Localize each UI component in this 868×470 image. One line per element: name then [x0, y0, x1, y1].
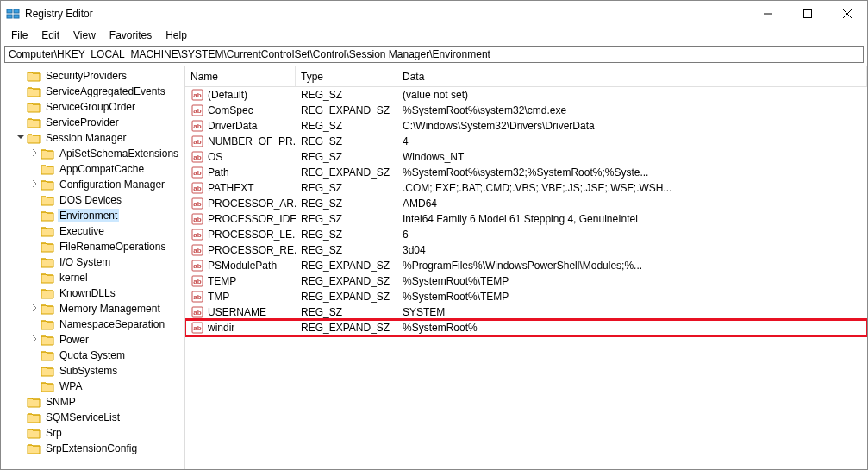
chevron-right-icon[interactable] — [28, 148, 41, 159]
tree-item-label: Srp — [44, 426, 64, 440]
tree-item-label: ServiceProvider — [44, 116, 121, 129]
menu-favorites[interactable]: Favorites — [103, 28, 159, 43]
value-row[interactable]: abPATHEXTREG_SZ.COM;.EXE;.BAT;.CMD;.VBS;… — [185, 180, 867, 196]
window-title: Registry Editor — [25, 8, 748, 20]
value-row[interactable]: abPathREG_EXPAND_SZ%SystemRoot%\system32… — [185, 165, 867, 180]
value-data: Intel64 Family 6 Model 61 Stepping 4, Ge… — [397, 213, 867, 225]
close-button[interactable] — [827, 1, 867, 27]
tree-item[interactable]: I/O System — [1, 254, 184, 270]
value-row[interactable]: abPROCESSOR_AR...REG_SZAMD64 — [185, 196, 867, 211]
col-header-type[interactable]: Type — [296, 66, 397, 86]
value-data: %SystemRoot%\TEMP — [397, 291, 867, 303]
svg-text:ab: ab — [193, 200, 201, 208]
menu-file[interactable]: File — [4, 28, 34, 43]
tree-item[interactable]: NamespaceSeparation — [1, 316, 184, 332]
folder-icon — [41, 179, 54, 191]
tree-item-label: DOS Devices — [58, 193, 123, 207]
tree-item-label: SNMP — [44, 395, 78, 409]
chevron-right-icon[interactable] — [28, 179, 41, 190]
tree-item[interactable]: SecurityProviders — [1, 68, 184, 84]
svg-rect-5 — [804, 10, 812, 18]
tree-view[interactable]: SecurityProvidersServiceAggregatedEvents… — [1, 66, 185, 469]
tree-item[interactable]: KnownDLLs — [1, 285, 184, 301]
value-row[interactable]: abPSModulePathREG_EXPAND_SZ%ProgramFiles… — [185, 258, 867, 273]
tree-item[interactable]: kernel — [1, 270, 184, 285]
folder-icon — [27, 101, 41, 113]
tree-item[interactable]: ServiceAggregatedEvents — [1, 84, 184, 99]
tree-item[interactable]: Session Manager — [1, 130, 184, 146]
value-type: REG_EXPAND_SZ — [296, 322, 397, 334]
value-data: %SystemRoot%\system32\cmd.exe — [397, 104, 867, 116]
svg-rect-0 — [7, 9, 12, 13]
value-row[interactable]: abNUMBER_OF_PR...REG_SZ4 — [185, 134, 867, 149]
tree-item[interactable]: FileRenameOperations — [1, 239, 184, 254]
tree-item[interactable]: DOS Devices — [1, 192, 184, 208]
string-value-icon: ab — [190, 135, 204, 148]
value-type: REG_EXPAND_SZ — [296, 291, 397, 303]
svg-text:ab: ab — [193, 154, 201, 161]
tree-item[interactable]: SrpExtensionConfig — [1, 441, 184, 456]
folder-icon — [41, 163, 54, 175]
folder-icon — [41, 349, 54, 361]
value-data: 4 — [397, 135, 867, 147]
folder-icon — [27, 427, 41, 439]
tree-item[interactable]: Memory Management — [1, 301, 184, 316]
folder-icon — [41, 225, 54, 237]
svg-text:ab: ab — [193, 185, 201, 192]
tree-item[interactable]: WPA — [1, 379, 184, 394]
folder-icon — [41, 194, 54, 206]
value-data: (value not set) — [397, 89, 867, 101]
menu-help[interactable]: Help — [159, 28, 194, 43]
value-row[interactable]: ab(Default)REG_SZ(value not set) — [185, 87, 867, 103]
tree-item[interactable]: Srp — [1, 425, 184, 441]
value-row[interactable]: abPROCESSOR_LE...REG_SZ6 — [185, 227, 867, 242]
tree-item[interactable]: ServiceProvider — [1, 115, 184, 130]
values-list[interactable]: ab(Default)REG_SZ(value not set)abComSpe… — [185, 87, 867, 469]
value-row[interactable]: abTEMPREG_EXPAND_SZ%SystemRoot%\TEMP — [185, 273, 867, 289]
value-type: REG_SZ — [296, 306, 397, 318]
folder-icon — [41, 287, 54, 299]
tree-item[interactable]: Configuration Manager — [1, 177, 184, 192]
value-row[interactable]: abDriverDataREG_SZC:\Windows\System32\Dr… — [185, 118, 867, 134]
value-row[interactable]: abPROCESSOR_IDE...REG_SZIntel64 Family 6… — [185, 211, 867, 227]
value-type: REG_EXPAND_SZ — [296, 104, 397, 116]
chevron-right-icon[interactable] — [28, 335, 41, 345]
value-data: %SystemRoot%\TEMP — [397, 275, 867, 287]
value-row[interactable]: abOSREG_SZWindows_NT — [185, 149, 867, 165]
tree-item[interactable]: SubSystems — [1, 363, 184, 379]
tree-item[interactable]: Quota System — [1, 348, 184, 363]
tree-item[interactable]: ServiceGroupOrder — [1, 99, 184, 115]
folder-icon — [41, 334, 54, 346]
value-row[interactable]: abComSpecREG_EXPAND_SZ%SystemRoot%\syste… — [185, 103, 867, 118]
menu-edit[interactable]: Edit — [34, 28, 66, 43]
folder-icon — [41, 303, 54, 315]
folder-icon — [27, 411, 41, 423]
address-bar[interactable]: Computer\HKEY_LOCAL_MACHINE\SYSTEM\Curre… — [4, 46, 864, 63]
value-type: REG_SZ — [296, 120, 397, 132]
tree-item[interactable]: Environment — [1, 208, 184, 223]
tree-item[interactable]: SNMP — [1, 394, 184, 410]
chevron-right-icon[interactable] — [28, 304, 41, 314]
value-row[interactable]: abTMPREG_EXPAND_SZ%SystemRoot%\TEMP — [185, 289, 867, 304]
tree-item-label: FileRenameOperations — [58, 240, 167, 254]
tree-item[interactable]: ApiSetSchemaExtensions — [1, 146, 184, 161]
tree-item[interactable]: AppCompatCache — [1, 161, 184, 177]
value-row[interactable]: abUSERNAMEREG_SZSYSTEM — [185, 304, 867, 320]
value-row[interactable]: abPROCESSOR_RE...REG_SZ3d04 — [185, 242, 867, 258]
value-type: REG_SZ — [296, 197, 397, 210]
chevron-down-icon[interactable] — [15, 133, 27, 143]
tree-item[interactable]: SQMServiceList — [1, 410, 184, 425]
string-value-icon: ab — [190, 119, 204, 133]
tree-item[interactable]: Executive — [1, 223, 184, 239]
col-header-name[interactable]: Name — [185, 66, 296, 86]
string-value-icon: ab — [190, 88, 204, 102]
maximize-button[interactable] — [788, 1, 827, 27]
tree-item-label: Memory Management — [58, 302, 162, 316]
svg-text:ab: ab — [193, 122, 201, 130]
col-header-data[interactable]: Data — [397, 66, 867, 86]
value-row[interactable]: abwindirREG_EXPAND_SZ%SystemRoot% — [185, 320, 867, 335]
tree-item[interactable]: Power — [1, 332, 184, 348]
minimize-button[interactable] — [748, 1, 788, 27]
menu-view[interactable]: View — [66, 28, 103, 43]
tree-item-label: Executive — [58, 224, 106, 238]
